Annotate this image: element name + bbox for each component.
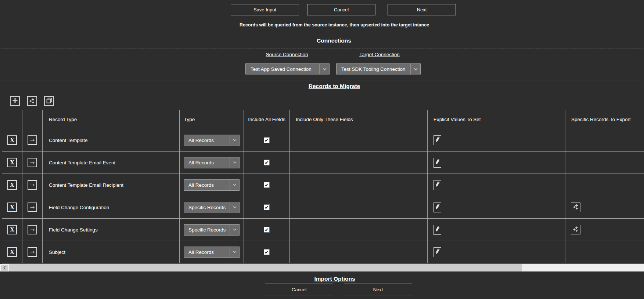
next-button-bottom[interactable]: Next <box>344 284 412 295</box>
explicit-values-edit-button[interactable] <box>433 158 441 168</box>
delete-row-button[interactable]: X <box>7 225 17 234</box>
duplicate-grid-button[interactable] <box>44 96 54 106</box>
record-query-type-value: All Records <box>184 249 230 255</box>
open-row-button[interactable]: → <box>28 158 37 167</box>
add-record-button[interactable] <box>10 96 20 106</box>
add-multiple-records-button[interactable] <box>27 96 37 106</box>
scroll-left-button[interactable] <box>1 265 8 271</box>
x-icon: X <box>10 137 14 143</box>
record-type-label: Content Template Email Event <box>43 160 179 165</box>
delete-row-button[interactable]: X <box>7 180 17 190</box>
record-query-type-dropdown[interactable]: All Records <box>184 179 240 191</box>
table-header-row: Record Type Type Include All Fields Incl… <box>2 110 644 129</box>
scrollbar-thumb[interactable] <box>9 264 522 271</box>
x-icon: X <box>10 160 14 165</box>
chevron-down-icon <box>230 247 239 258</box>
specific-records-add-button[interactable] <box>571 203 580 212</box>
include-all-checkbox[interactable]: ✔ <box>264 204 270 210</box>
source-connection-dropdown[interactable]: Test App Saved Connection <box>245 63 330 74</box>
include-all-checkbox[interactable]: ✔ <box>264 160 270 165</box>
record-query-type-value: All Records <box>184 182 230 188</box>
records-table: Record Type Type Include All Fields Incl… <box>2 110 644 263</box>
plus-icon <box>12 98 18 105</box>
header-include-all-fields: Include All Fields <box>244 110 290 129</box>
open-row-button[interactable]: → <box>28 135 37 145</box>
import-options-heading: Import Options <box>314 276 355 282</box>
checkmark-icon: ✔ <box>265 250 269 255</box>
multi-plus-icon <box>573 226 579 233</box>
explicit-values-edit-button[interactable] <box>433 203 441 212</box>
explicit-values-edit-button[interactable] <box>433 225 441 235</box>
cancel-button-top[interactable]: Cancel <box>307 4 375 15</box>
checkmark-icon: ✔ <box>265 227 269 232</box>
section-divider-dotted <box>0 80 644 80</box>
pencil-icon <box>435 248 440 256</box>
arrow-right-icon: → <box>30 249 35 255</box>
chevron-down-icon <box>319 64 329 74</box>
record-type-label: Field Change Settings <box>43 227 179 233</box>
record-query-type-value: Specific Records <box>184 227 230 233</box>
target-connection-dropdown[interactable]: Test SDK Tooling Connection <box>336 63 421 74</box>
arrow-right-icon: → <box>30 160 35 165</box>
save-input-button[interactable]: Save Input <box>231 4 299 15</box>
open-row-button[interactable]: → <box>28 225 37 234</box>
info-message: Records will be queried from the source … <box>240 22 429 28</box>
include-all-checkbox[interactable]: ✔ <box>264 227 270 233</box>
x-icon: X <box>10 182 14 188</box>
delete-row-button[interactable]: X <box>7 203 17 212</box>
record-query-type-value: All Records <box>184 160 230 165</box>
delete-row-button[interactable]: X <box>7 135 17 145</box>
next-button-top[interactable]: Next <box>388 4 456 15</box>
explicit-values-edit-button[interactable] <box>433 247 441 257</box>
record-type-label: Subject <box>43 249 179 255</box>
multi-plus-icon <box>573 204 579 211</box>
header-specific-records-to-export: Specific Records To Export <box>565 110 644 129</box>
header-include-only-these-fields: Include Only These Fields <box>290 110 428 129</box>
record-query-type-value: Specific Records <box>184 205 230 210</box>
checkmark-icon: ✔ <box>265 160 269 165</box>
chevron-down-icon <box>230 135 239 146</box>
table-row: X → Content Template All Records ✔ <box>2 129 644 152</box>
open-row-button[interactable]: → <box>28 203 37 212</box>
target-connection-label: Target Connection <box>359 52 400 57</box>
explicit-values-edit-button[interactable] <box>433 135 441 145</box>
chevron-down-icon <box>230 180 239 190</box>
record-type-label: Content Template Email Recipient <box>43 182 179 188</box>
record-query-type-dropdown[interactable]: Specific Records <box>184 224 240 236</box>
pencil-icon <box>435 158 440 167</box>
chevron-left-icon <box>3 265 6 271</box>
header-delete-col <box>2 110 22 129</box>
include-all-checkbox[interactable]: ✔ <box>264 137 270 143</box>
delete-row-button[interactable]: X <box>7 158 17 167</box>
specific-records-add-button[interactable] <box>571 225 580 234</box>
arrow-right-icon: → <box>30 227 35 233</box>
checkmark-icon: ✔ <box>265 183 269 187</box>
source-connection-value: Test App Saved Connection <box>246 66 319 72</box>
table-row: X → Content Template Email Event All Rec… <box>2 152 644 174</box>
record-query-type-dropdown[interactable]: All Records <box>184 247 240 258</box>
record-query-type-value: All Records <box>184 138 230 143</box>
cancel-button-bottom[interactable]: Cancel <box>265 284 333 295</box>
record-query-type-dropdown[interactable]: All Records <box>184 135 240 146</box>
include-all-checkbox[interactable]: ✔ <box>264 249 270 255</box>
horizontal-scrollbar[interactable] <box>0 264 644 271</box>
delete-row-button[interactable]: X <box>7 247 17 257</box>
pencil-icon <box>435 181 440 189</box>
record-query-type-dropdown[interactable]: All Records <box>184 157 240 168</box>
table-row: X → Content Template Email Recipient All… <box>2 174 644 196</box>
x-icon: X <box>10 227 14 233</box>
explicit-values-edit-button[interactable] <box>433 180 441 190</box>
record-query-type-dropdown[interactable]: Specific Records <box>184 202 240 213</box>
include-all-checkbox[interactable]: ✔ <box>264 182 270 188</box>
header-open-col <box>22 110 43 129</box>
open-row-button[interactable]: → <box>28 180 37 190</box>
chevron-down-icon <box>230 225 239 235</box>
arrow-right-icon: → <box>30 205 35 210</box>
pencil-icon <box>435 136 440 144</box>
open-row-button[interactable]: → <box>28 247 37 257</box>
header-record-type: Record Type <box>43 110 180 129</box>
multi-plus-icon <box>29 98 35 105</box>
arrow-right-icon: → <box>30 182 35 188</box>
pencil-icon <box>435 226 440 234</box>
record-type-label: Field Change Configuration <box>43 205 179 210</box>
